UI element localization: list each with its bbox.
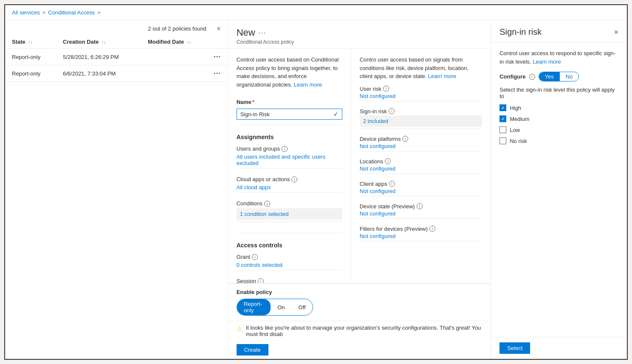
toggle-off[interactable]: Off [292,302,313,312]
sign-in-risk-info-icon[interactable]: i [389,108,395,114]
user-risk-row: User risk i Not configured [360,86,482,103]
cloud-apps-value[interactable]: All cloud apps [237,184,271,190]
conditions-value[interactable]: 1 condition selected [237,208,342,220]
checkbox-medium[interactable]: ✓ Medium [499,115,618,122]
col-header-modified[interactable]: Modified Date ↑↓ [148,39,221,45]
breadcrumb-all-services[interactable]: All services [12,9,40,16]
field-divider-11 [360,218,482,219]
checkbox-no-risk-box[interactable] [499,137,506,144]
name-check-icon: ✓ [333,111,339,118]
checkbox-high-box[interactable]: ✓ [499,104,506,111]
grant-label: Grant i [237,254,342,260]
enable-policy-inner: Enable policy Report-only On Off [228,283,491,321]
col-header-state[interactable]: State ↑↓ [12,39,63,45]
breadcrumb-sep1: > [42,9,46,16]
sign-in-risk-label: Sign-in risk i [360,108,482,115]
grant-value[interactable]: 0 controls selected [237,262,282,268]
new-policy-header: New ··· Conditional Access policy [228,20,491,49]
locations-info-icon[interactable]: i [385,158,391,164]
configure-label: Configure [499,73,525,80]
warning-bar: ⚠ It looks like you're about to manage y… [228,321,491,341]
enable-policy-section: Enable policy Report-only On Off ⚠ It lo… [228,283,491,359]
creation-sort-icon: ↑↓ [102,40,106,45]
checkbox-high-label: High [510,105,521,111]
field-divider-12 [360,241,482,241]
checkbox-low-label: Low [510,127,520,133]
sign-in-risk-header: Sign-in risk × [491,20,627,42]
field-divider-8 [360,151,482,151]
risk-level-label: Select the sign-in risk level this polic… [499,87,618,99]
no-option[interactable]: No [560,72,579,81]
device-platforms-row: Device platforms i Not configured [360,136,482,153]
table-row[interactable]: Report-only 5/28/2021, 6:26:29 PM ··· [5,49,228,65]
field-divider-6 [360,101,482,101]
checkbox-no-risk[interactable]: No risk [499,137,618,144]
client-apps-row: Client apps i Not configured [360,181,482,198]
learn-more-left[interactable]: Learn more [294,81,322,88]
policy-toggle[interactable]: Report-only On Off [237,299,313,316]
users-groups-info-icon[interactable]: i [282,146,288,152]
select-button[interactable]: Select [499,342,530,354]
yes-option[interactable]: Yes [539,72,560,81]
checkbox-low-box[interactable] [499,126,506,133]
row-creation-1: 5/28/2021, 6:26:29 PM [63,54,148,60]
device-platforms-info-icon[interactable]: i [402,136,408,142]
new-policy-ellipsis[interactable]: ··· [259,28,266,37]
divider-1 [237,125,342,125]
checkbox-high[interactable]: ✓ High [499,104,618,111]
filters-label: Filters for devices (Preview) i [360,226,482,232]
row-ellipsis-2[interactable]: ··· [214,70,220,77]
sign-in-risk-close-button[interactable]: × [614,28,618,36]
client-apps-label: Client apps i [360,181,482,187]
col-header-creation[interactable]: Creation Date ↑↓ [63,39,148,45]
device-platforms-label: Device platforms i [360,136,482,142]
device-state-value[interactable]: Not configured [360,210,396,217]
row-ellipsis-1[interactable]: ··· [214,53,220,61]
sign-in-risk-value[interactable]: 2 included [360,115,482,127]
filters-value[interactable]: Not configured [360,233,396,239]
toggle-on[interactable]: On [271,302,291,312]
name-input[interactable] [240,111,333,118]
session-field: Session i 0 controls selected [237,278,342,283]
checkbox-low[interactable]: Low [499,126,618,133]
policies-panel-close-button[interactable]: × [217,25,220,32]
toggle-report-only[interactable]: Report-only [237,299,271,315]
learn-more-right[interactable]: Learn more [428,73,456,79]
cloud-apps-info-icon[interactable]: i [291,176,297,182]
configure-info-icon[interactable]: i [529,74,535,80]
device-state-info-icon[interactable]: i [417,203,423,209]
filters-row: Filters for devices (Preview) i Not conf… [360,226,482,243]
user-risk-info-icon[interactable]: i [383,86,389,92]
new-policy-panel: New ··· Conditional Access policy Contro… [228,20,491,359]
table-row[interactable]: Report-only 6/6/2021, 7:33:04 PM ··· [5,65,228,82]
name-required: * [252,99,254,105]
yes-no-toggle[interactable]: Yes No [539,72,579,81]
new-policy-title: New [237,27,255,38]
checkbox-medium-box[interactable]: ✓ [499,115,506,122]
breadcrumb: All services > Conditional Access > [5,5,627,20]
name-label: Name* [237,99,342,105]
filters-info-icon[interactable]: i [429,226,435,232]
cloud-apps-label: Cloud apps or actions i [237,176,342,182]
breadcrumb-conditional-access[interactable]: Conditional Access [48,9,95,16]
device-platforms-value[interactable]: Not configured [360,143,396,149]
locations-row: Locations i Not configured [360,158,482,176]
device-state-label: Device state (Preview) i [360,203,482,210]
policy-desc-right: Contro user access based on signals from… [360,56,482,81]
session-info-icon[interactable]: i [258,278,264,283]
grant-info-icon[interactable]: i [252,254,258,260]
policies-list-panel: × 2 out of 2 policies found State ↑↓ Cre… [5,20,228,359]
name-input-wrapper[interactable]: ✓ [237,109,342,120]
field-divider-4 [237,270,342,270]
client-apps-info-icon[interactable]: i [389,181,395,187]
user-risk-value[interactable]: Not configured [360,93,396,99]
divider-2 [237,233,342,233]
sign-in-risk-learn-more[interactable]: Learn more [533,59,561,65]
device-state-row: Device state (Preview) i Not configured [360,203,482,221]
locations-value[interactable]: Not configured [360,165,396,172]
create-button[interactable]: Create [237,344,268,356]
modified-sort-icon: ↑↓ [187,40,191,45]
client-apps-value[interactable]: Not configured [360,188,396,194]
users-groups-value[interactable]: All users included and specific users ex… [237,154,326,166]
conditions-info-icon[interactable]: i [264,201,270,207]
